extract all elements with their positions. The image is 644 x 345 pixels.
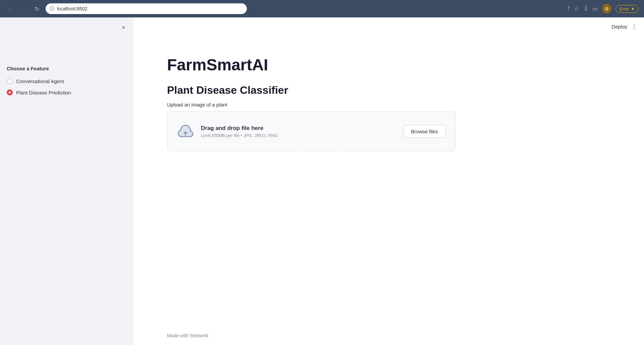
error-label: Error [619,6,629,11]
deploy-button[interactable]: Deploy [611,24,627,29]
made-with-text: Made with [167,333,189,338]
reload-button[interactable]: ↻ [32,4,42,13]
app-title: FarmSmartAI [167,56,610,74]
sidebar-section-title: Choose a Feature [7,66,127,71]
cloud-upload-icon [177,125,194,138]
menu-button[interactable]: ⋮ [631,23,637,30]
sidebar-toggle-icon[interactable]: ▭ [592,5,598,12]
feature-option-plant-disease[interactable]: Plant Disease Prediction [7,89,127,95]
forward-button[interactable]: → [19,4,28,13]
classifier-title: Plant Disease Classifier [167,84,610,96]
browser-right-controls: ⤴ ☆ ⇩ ▭ G Error ▼ [567,4,639,13]
footer: Made with Streamlit [133,326,644,345]
file-limit-text: Limit 200MB per file • JPG, JPEG, PNG [201,133,396,138]
feature-label-conversational: Conversational Agent [16,78,64,84]
topbar: Deploy ⋮ [133,17,644,36]
drag-drop-text: Drag and drop file here [201,125,396,132]
share-icon[interactable]: ⤴ [567,5,570,12]
radio-unselected [7,78,13,84]
close-icon: × [122,24,125,31]
brand-name: Streamlit [190,333,208,338]
upload-text-area: Drag and drop file here Limit 200MB per … [201,125,396,138]
app-layout: × Choose a Feature Conversational Agent … [0,17,644,345]
url-text: localhost:8502 [57,6,87,11]
main-content: Deploy ⋮ FarmSmartAI Plant Disease Class… [133,17,644,345]
browser-chrome: ← → ↻ ⓘ localhost:8502 ⤴ ☆ ⇩ ▭ G Error ▼ [0,0,644,17]
page-body: FarmSmartAI Plant Disease Classifier Upl… [133,36,644,326]
upload-dropzone[interactable]: Drag and drop file here Limit 200MB per … [167,112,455,151]
user-avatar[interactable]: G [602,4,611,13]
download-icon[interactable]: ⇩ [583,5,588,12]
address-bar[interactable]: ⓘ localhost:8502 [46,3,247,14]
sidebar-close-button[interactable]: × [119,23,128,32]
radio-selected [7,89,13,95]
bookmark-icon[interactable]: ☆ [574,5,579,12]
info-icon: ⓘ [50,6,54,12]
sidebar: × Choose a Feature Conversational Agent … [0,17,133,345]
feature-label-plant-disease: Plant Disease Prediction [16,90,71,95]
back-button[interactable]: ← [5,4,15,13]
feature-option-conversational[interactable]: Conversational Agent [7,78,127,84]
error-button[interactable]: Error ▼ [615,5,639,13]
browse-files-button[interactable]: Browse files [403,125,446,138]
error-chevron-icon: ▼ [631,6,635,11]
upload-icon-wrap [177,123,194,140]
upload-label: Upload an image of a plant [167,102,610,108]
